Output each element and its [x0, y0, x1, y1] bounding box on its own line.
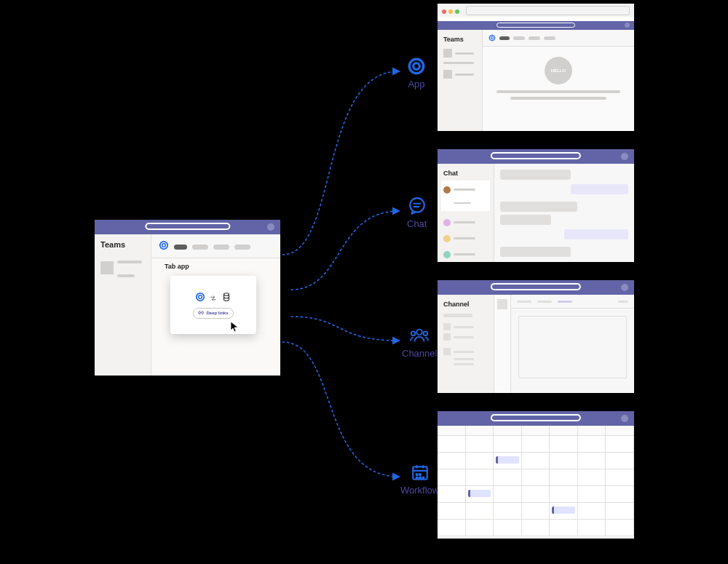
svg-point-3 — [199, 295, 202, 298]
calendar-event — [496, 456, 519, 464]
swirl-icon — [159, 240, 169, 253]
link-icon — [198, 310, 204, 317]
svg-point-9 — [411, 331, 416, 335]
svg-point-10 — [424, 331, 428, 335]
browser-chrome — [438, 4, 634, 17]
tab-app-label: Tab app — [165, 263, 280, 270]
tab-app-area: Tab app — [151, 258, 280, 372]
people-icon — [409, 326, 430, 345]
cursor-icon — [230, 321, 240, 335]
swirl-icon — [488, 34, 496, 41]
channel-content — [494, 295, 634, 393]
window-titlebar — [438, 149, 634, 164]
svg-point-17 — [489, 35, 495, 41]
source-teams-window: Teams Tab app — [95, 220, 280, 376]
dest-chat-label: Chat — [407, 196, 427, 229]
database-icon — [221, 292, 232, 305]
svg-point-12 — [416, 474, 417, 475]
sidebar-title: Channel — [443, 301, 488, 308]
calendar-grid — [438, 426, 634, 539]
swirl-icon — [195, 292, 205, 305]
dest-app-label: App — [407, 57, 426, 90]
svg-point-14 — [416, 477, 417, 479]
deep-links-label: Deep links — [206, 311, 228, 315]
svg-point-15 — [419, 477, 421, 479]
svg-point-16 — [422, 477, 424, 479]
deep-link-card: Deep links — [170, 276, 256, 334]
window-titlebar — [438, 280, 634, 295]
window-titlebar — [95, 220, 280, 234]
chat-icon — [408, 196, 427, 215]
sidebar-title: Teams — [100, 240, 145, 249]
dest-workflow-label: Workflow — [400, 463, 439, 496]
svg-point-8 — [416, 330, 422, 335]
channel-sidebar: Channel — [438, 295, 494, 393]
svg-point-0 — [160, 242, 168, 250]
svg-point-7 — [410, 198, 424, 213]
tab-strip — [151, 234, 280, 255]
target-app-window: Teams HELLO — [438, 4, 634, 131]
deep-links-pill[interactable]: Deep links — [193, 308, 233, 319]
window-titlebar — [438, 21, 634, 30]
svg-point-5 — [409, 59, 424, 74]
calendar-event — [468, 490, 491, 497]
svg-point-6 — [414, 63, 420, 70]
target-channel-window: Channel — [438, 280, 634, 393]
app-content: HELLO — [483, 30, 634, 131]
target-workflow-window — [438, 411, 634, 539]
svg-point-2 — [197, 293, 205, 301]
svg-point-13 — [419, 474, 421, 475]
chat-messages — [494, 164, 634, 262]
window-titlebar — [438, 411, 634, 426]
svg-point-4 — [224, 293, 229, 295]
svg-point-18 — [491, 36, 493, 39]
app-sidebar: Teams — [438, 30, 483, 131]
source-sidebar: Teams — [95, 234, 151, 376]
hello-badge: HELLO — [545, 57, 572, 84]
swap-icon — [210, 292, 217, 305]
calendar-event — [552, 507, 575, 514]
source-content: Tab app — [151, 234, 280, 376]
svg-point-1 — [162, 244, 166, 247]
sidebar-title: Teams — [443, 36, 476, 43]
dest-channel-label: Channel — [402, 326, 437, 359]
chat-sidebar: Chat — [438, 164, 494, 262]
target-chat-window: Chat — [438, 149, 634, 262]
swirl-icon — [407, 57, 426, 76]
calendar-icon — [411, 463, 430, 482]
sidebar-title: Chat — [443, 170, 488, 177]
